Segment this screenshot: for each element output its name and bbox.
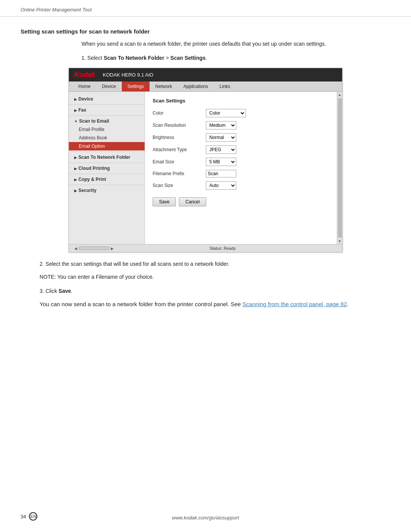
step-1: 1. Select Scan To Network Folder > Scan …: [81, 55, 390, 61]
label-resolution: Scan Resolution: [153, 123, 206, 128]
form-row-scan-size: Scan Size Auto Letter A4: [153, 181, 329, 190]
triangle-fax-icon: ▶: [74, 109, 77, 112]
step-2: 2. Select the scan settings that will be…: [40, 261, 390, 267]
step1-middle: >: [164, 55, 170, 61]
control-filename[interactable]: [206, 170, 236, 177]
control-color[interactable]: Color Grayscale Black & White: [206, 109, 246, 117]
triangle-cloud-icon: ▶: [74, 167, 77, 171]
sidebar-item-device[interactable]: ▶Device: [69, 95, 145, 103]
form-row-brightness: Brightness Dark Normal Light: [153, 133, 329, 142]
sidebar-item-address-book[interactable]: Address Book: [69, 134, 145, 142]
closing-link[interactable]: Scanning from the control panel, page 82: [242, 301, 347, 307]
step3-suffix: .: [71, 288, 73, 294]
save-button[interactable]: Save: [153, 197, 176, 206]
sidebar-item-security[interactable]: ▶Security: [69, 186, 145, 195]
form-row-attachment: Attachment Type JPEG PDF TIFF: [153, 145, 329, 154]
kodak-logo: Kodak: [74, 71, 95, 79]
sidebar-item-cloud[interactable]: ▶Cloud Printing: [69, 164, 145, 173]
label-filename: Filename Prefix: [153, 171, 206, 176]
section-title: Setting scan settings for scan to networ…: [21, 28, 390, 35]
screenshot: Kodak KODAK HERO 9.1 AiO Home Device Set…: [68, 68, 342, 252]
closing-suffix: .: [347, 301, 348, 307]
sidebar-divider-6: [69, 185, 145, 185]
footer-website: www.kodak.com/go/aiosupport: [172, 515, 239, 521]
header-label: Online Printer Management Tool: [21, 7, 92, 13]
step3-prefix: 3. Click: [40, 288, 59, 294]
main-content: Setting scan settings for scan to networ…: [0, 17, 411, 326]
sidebar-item-scan-email[interactable]: ▼Scan to Email: [69, 117, 145, 125]
sidebar-item-email-profile[interactable]: Email Profile: [69, 125, 145, 134]
select-color[interactable]: Color Grayscale Black & White: [206, 109, 246, 117]
ss-scrollbar[interactable]: ▲ ▼: [337, 92, 342, 244]
cancel-button[interactable]: Cancel: [179, 197, 206, 206]
step1-bold2: Scan Settings: [170, 55, 206, 61]
form-row-color: Color Color Grayscale Black & White: [153, 109, 329, 117]
triangle-scan-icon: ▼: [74, 120, 78, 123]
select-brightness[interactable]: Dark Normal Light: [206, 133, 236, 142]
input-filename[interactable]: [206, 170, 236, 177]
triangle-network-icon: ▶: [74, 156, 77, 160]
ss-sidebar: ▶Device ▶Fax ▼Scan to Email Email Profil…: [69, 92, 145, 244]
sidebar-divider-4: [69, 163, 145, 163]
label-brightness: Brightness: [153, 135, 206, 140]
select-attachment[interactable]: JPEG PDF TIFF: [206, 145, 236, 154]
form-row-resolution: Scan Resolution Low Medium High: [153, 121, 329, 129]
scroll-up-icon[interactable]: ▲: [338, 93, 342, 97]
closing-block: You can now send a scan to a network fol…: [40, 301, 390, 307]
sidebar-item-copy-print[interactable]: ▶Copy & Print: [69, 175, 145, 184]
triangle-copy-icon: ▶: [74, 178, 77, 182]
sidebar-item-fax[interactable]: ▶Fax: [69, 106, 145, 114]
scroll-right-icon[interactable]: ▶: [111, 246, 114, 251]
triangle-device-icon: ▶: [74, 97, 77, 101]
scroll-horiz-track[interactable]: [79, 246, 109, 250]
tab-network[interactable]: Network: [150, 81, 178, 91]
step2-note: NOTE: You can enter a Filename of your c…: [40, 273, 390, 281]
scroll-left-icon[interactable]: ◀: [74, 246, 77, 251]
select-resolution[interactable]: Low Medium High: [206, 121, 236, 129]
control-scan-size[interactable]: Auto Letter A4: [206, 181, 236, 190]
step2-text: 2. Select the scan settings that will be…: [40, 261, 229, 267]
ss-nav: Home Device Settings Network Application…: [69, 81, 342, 92]
tab-links[interactable]: Links: [214, 81, 236, 91]
step3-bold: Save: [59, 288, 71, 294]
tab-home[interactable]: Home: [73, 81, 96, 91]
closing-text: You can now send a scan to a network fol…: [40, 301, 242, 307]
footer-url: www.kodak.com/go/aiosupport: [0, 515, 411, 521]
label-scan-size: Scan Size: [153, 183, 206, 188]
control-attachment[interactable]: JPEG PDF TIFF: [206, 145, 236, 154]
sidebar-divider-5: [69, 174, 145, 174]
page-header: Online Printer Management Tool: [0, 0, 411, 17]
sidebar-divider-1: [69, 104, 145, 105]
scroll-down-icon[interactable]: ▼: [338, 239, 342, 243]
sidebar-divider-2: [69, 115, 145, 116]
page: Online Printer Management Tool Setting s…: [0, 0, 411, 532]
horizontal-scrollbar[interactable]: ◀ ▶: [74, 246, 114, 251]
select-email-size[interactable]: 1 MB 2 MB 5 MB 10 MB: [206, 158, 236, 166]
step-3: 3. Click Save.: [40, 288, 390, 294]
sidebar-divider-3: [69, 152, 145, 152]
tab-settings[interactable]: Settings: [122, 81, 150, 91]
step1-prefix: 1. Select: [81, 55, 104, 61]
step1-suffix: .: [206, 55, 207, 61]
tab-device[interactable]: Device: [96, 81, 122, 91]
scroll-thumb[interactable]: [338, 98, 342, 238]
ss-form-area: Scan Settings Color Color Grayscale Blac…: [145, 92, 337, 244]
label-attachment: Attachment Type: [153, 147, 206, 152]
sidebar-item-scan-network[interactable]: ▶Scan To Network Folder: [69, 153, 145, 161]
ss-body: ▶Device ▶Fax ▼Scan to Email Email Profil…: [69, 92, 342, 244]
form-title: Scan Settings: [153, 98, 329, 104]
control-email-size[interactable]: 1 MB 2 MB 5 MB 10 MB: [206, 158, 236, 166]
status-label: Status: Ready: [209, 246, 236, 251]
tab-applications[interactable]: Applications: [178, 81, 214, 91]
label-email-size: Email Size: [153, 159, 206, 165]
form-buttons: Save Cancel: [153, 197, 329, 206]
sidebar-item-email-option[interactable]: Email Option: [69, 142, 145, 150]
form-row-filename: Filename Prefix: [153, 170, 329, 177]
ss-app-title: KODAK HERO 9.1 AiO: [103, 72, 153, 78]
label-color: Color: [153, 110, 206, 116]
control-brightness[interactable]: Dark Normal Light: [206, 133, 236, 142]
select-scan-size[interactable]: Auto Letter A4: [206, 181, 236, 190]
form-row-email-size: Email Size 1 MB 2 MB 5 MB 10 MB: [153, 158, 329, 166]
control-resolution[interactable]: Low Medium High: [206, 121, 236, 129]
ss-topbar: Kodak KODAK HERO 9.1 AiO: [69, 68, 342, 81]
